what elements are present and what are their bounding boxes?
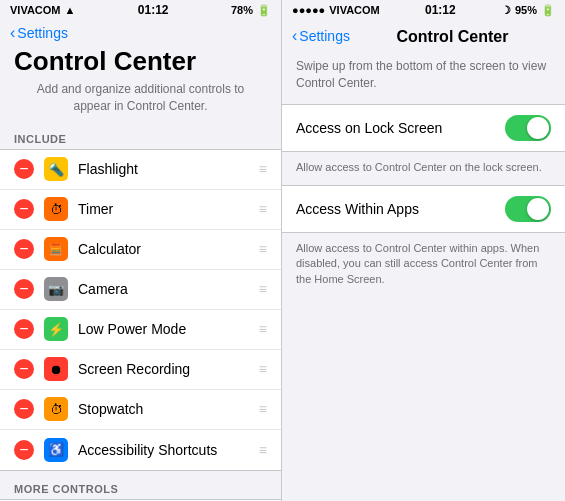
wifi-icon: ▲	[65, 4, 76, 16]
calculator-label: Calculator	[78, 241, 259, 257]
drag-handle-icon[interactable]: ≡	[259, 361, 267, 377]
carrier-text: VIVACOM	[10, 4, 61, 16]
right-moon-icon: ☽	[501, 4, 511, 17]
lock-screen-label: Access on Lock Screen	[296, 120, 505, 136]
right-back-label[interactable]: Settings	[299, 28, 350, 44]
drag-handle-icon[interactable]: ≡	[259, 161, 267, 177]
lock-screen-toggle-knob	[527, 117, 549, 139]
accessibility-icon: ♿	[44, 438, 68, 462]
flashlight-icon: 🔦	[44, 157, 68, 181]
within-apps-toggle[interactable]	[505, 196, 551, 222]
left-status-right: 78% 🔋	[231, 4, 271, 17]
left-back-label[interactable]: Settings	[17, 25, 68, 41]
list-item: − 🔦 Flashlight ≡	[0, 150, 281, 190]
screen-recording-label: Screen Recording	[78, 361, 259, 377]
remove-low-power-button[interactable]: −	[14, 319, 34, 339]
left-status-carrier: VIVACOM ▲	[10, 4, 75, 16]
within-apps-card: Access Within Apps	[282, 185, 565, 233]
drag-handle-icon[interactable]: ≡	[259, 241, 267, 257]
right-battery-icon: 🔋	[541, 4, 555, 17]
stopwatch-label: Stopwatch	[78, 401, 259, 417]
flashlight-label: Flashlight	[78, 161, 259, 177]
timer-label: Timer	[78, 201, 259, 217]
remove-stopwatch-button[interactable]: −	[14, 399, 34, 419]
lock-screen-card: Access on Lock Screen	[282, 104, 565, 152]
right-intro-text: Swipe up from the bottom of the screen t…	[282, 50, 565, 96]
remove-timer-button[interactable]: −	[14, 199, 34, 219]
more-section-header: MORE CONTROLS	[0, 475, 281, 499]
right-battery-pct: 95%	[515, 4, 537, 16]
more-controls-section: MORE CONTROLS + ⏰ Alarm + 📺 Apple TV Rem…	[0, 475, 281, 501]
within-apps-desc: Allow access to Control Center within ap…	[282, 241, 565, 295]
screen-recording-icon: ⏺	[44, 357, 68, 381]
right-signal-icon: ●●●●●	[292, 4, 325, 16]
within-apps-row: Access Within Apps	[282, 186, 565, 232]
accessibility-label: Accessibility Shortcuts	[78, 442, 259, 458]
within-apps-toggle-knob	[527, 198, 549, 220]
battery-text: 78%	[231, 4, 253, 16]
list-item: − ⚡ Low Power Mode ≡	[0, 310, 281, 350]
right-back-nav[interactable]: ‹ Settings Control Center	[282, 20, 565, 50]
include-section-header: INCLUDE	[0, 125, 281, 149]
battery-icon: 🔋	[257, 4, 271, 17]
drag-handle-icon[interactable]: ≡	[259, 281, 267, 297]
right-back-chevron-icon: ‹	[292, 27, 297, 45]
lock-screen-toggle[interactable]	[505, 115, 551, 141]
left-page-title: Control Center	[0, 44, 281, 81]
remove-screen-recording-button[interactable]: −	[14, 359, 34, 379]
left-subtitle: Add and organize additional controls to …	[0, 81, 281, 125]
lock-screen-row: Access on Lock Screen	[282, 105, 565, 151]
drag-handle-icon[interactable]: ≡	[259, 201, 267, 217]
list-item: − ⏺ Screen Recording ≡	[0, 350, 281, 390]
list-item: − 📷 Camera ≡	[0, 270, 281, 310]
remove-calculator-button[interactable]: −	[14, 239, 34, 259]
right-status-right: ☽ 95% 🔋	[501, 4, 555, 17]
calculator-icon: 🧮	[44, 237, 68, 261]
list-item: − ♿ Accessibility Shortcuts ≡	[0, 430, 281, 470]
right-status-carrier: ●●●●● VIVACOM	[292, 4, 380, 16]
remove-accessibility-button[interactable]: −	[14, 440, 34, 460]
remove-camera-button[interactable]: −	[14, 279, 34, 299]
camera-label: Camera	[78, 281, 259, 297]
left-back-nav[interactable]: ‹ Settings	[0, 20, 281, 44]
left-status-bar: VIVACOM ▲ 01:12 78% 🔋	[0, 0, 281, 20]
left-status-time: 01:12	[138, 3, 169, 17]
drag-handle-icon[interactable]: ≡	[259, 321, 267, 337]
list-item: − 🧮 Calculator ≡	[0, 230, 281, 270]
right-status-bar: ●●●●● VIVACOM 01:12 ☽ 95% 🔋	[282, 0, 565, 20]
drag-handle-icon[interactable]: ≡	[259, 442, 267, 458]
timer-icon: ⏱	[44, 197, 68, 221]
lock-screen-desc: Allow access to Control Center on the lo…	[282, 160, 565, 183]
right-carrier-text: VIVACOM	[329, 4, 380, 16]
right-page-title: Control Center	[350, 24, 555, 48]
low-power-icon: ⚡	[44, 317, 68, 341]
within-apps-label: Access Within Apps	[296, 201, 505, 217]
right-status-time: 01:12	[425, 3, 456, 17]
list-item: − ⏱ Stopwatch ≡	[0, 390, 281, 430]
camera-icon: 📷	[44, 277, 68, 301]
remove-flashlight-button[interactable]: −	[14, 159, 34, 179]
left-back-chevron-icon: ‹	[10, 24, 15, 42]
low-power-label: Low Power Mode	[78, 321, 259, 337]
list-item: − ⏱ Timer ≡	[0, 190, 281, 230]
stopwatch-icon: ⏱	[44, 397, 68, 421]
drag-handle-icon[interactable]: ≡	[259, 401, 267, 417]
left-panel: VIVACOM ▲ 01:12 78% 🔋 ‹ Settings Control…	[0, 0, 282, 501]
include-list: − 🔦 Flashlight ≡ − ⏱ Timer ≡ − 🧮 Calcula…	[0, 149, 281, 471]
right-panel: ●●●●● VIVACOM 01:12 ☽ 95% 🔋 ‹ Settings C…	[282, 0, 565, 501]
